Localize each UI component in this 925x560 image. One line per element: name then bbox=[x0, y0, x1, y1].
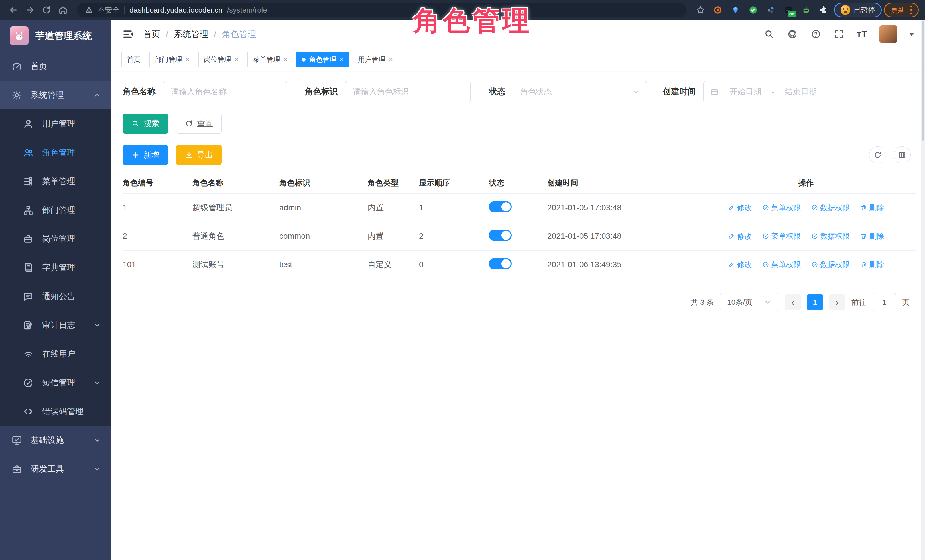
cell-created: 2021-01-05 17:03:48 bbox=[547, 203, 696, 212]
create-time-range-picker[interactable]: 开始日期 - 结束日期 bbox=[703, 81, 828, 102]
col-status: 状态 bbox=[489, 178, 547, 188]
sidebar-item-label: 基础设施 bbox=[31, 435, 64, 446]
reset-button[interactable]: 重置 bbox=[176, 114, 222, 134]
close-icon[interactable] bbox=[340, 56, 344, 63]
browser-back-button[interactable] bbox=[6, 3, 21, 17]
sidebar-item-dev-tools[interactable]: 研发工具 bbox=[0, 455, 111, 483]
paused-label: 已暂停 bbox=[854, 5, 875, 15]
edit-role-button[interactable]: 修改 bbox=[728, 260, 752, 270]
close-icon[interactable] bbox=[235, 56, 239, 63]
status-toggle[interactable] bbox=[489, 230, 512, 241]
green-robot-extension-icon[interactable] bbox=[800, 4, 812, 16]
browser-menu-kebab-icon[interactable] bbox=[910, 5, 912, 15]
column-settings-button[interactable] bbox=[893, 146, 911, 164]
breadcrumb: 首页 / 系统管理 / 角色管理 bbox=[143, 29, 256, 40]
data-permission-button[interactable]: 数据权限 bbox=[811, 203, 850, 213]
export-button[interactable]: 导出 bbox=[176, 145, 222, 165]
blue-gem-extension-icon[interactable] bbox=[730, 4, 741, 16]
breadcrumb-system[interactable]: 系统管理 bbox=[174, 29, 208, 40]
goto-page-input[interactable] bbox=[875, 298, 893, 307]
edit-role-button[interactable]: 修改 bbox=[728, 231, 752, 241]
edit-role-button[interactable]: 修改 bbox=[728, 203, 752, 213]
profile-paused-chip[interactable]: 已暂停 bbox=[834, 3, 882, 17]
dark-on-badge-extension-icon[interactable]: on bbox=[783, 4, 794, 16]
sidebar-item-posts[interactable]: 岗位管理 bbox=[0, 224, 111, 253]
font-size-icon[interactable] bbox=[857, 29, 868, 40]
role-key-input[interactable] bbox=[353, 87, 464, 96]
table-header-row: 角色编号 角色名称 角色标识 角色类型 显示顺序 状态 创建时间 操作 bbox=[123, 172, 916, 194]
refresh-table-button[interactable] bbox=[869, 146, 886, 164]
sidebar-item-menus[interactable]: 菜单管理 bbox=[0, 167, 111, 196]
sidebar-item-error-codes[interactable]: 错误码管理 bbox=[0, 397, 111, 426]
tag-tab-menus[interactable]: 菜单管理 bbox=[247, 52, 293, 67]
current-page-button[interactable]: 1 bbox=[807, 294, 823, 310]
delete-role-button[interactable]: 删除 bbox=[860, 231, 884, 241]
sidebar-item-audit-log[interactable]: 审计日志 bbox=[0, 311, 111, 339]
sidebar-item-infrastructure[interactable]: 基础设施 bbox=[0, 426, 111, 455]
app-logo-row[interactable]: 芋道管理系统 bbox=[0, 20, 111, 52]
status-toggle[interactable] bbox=[489, 258, 512, 269]
green-circle-extension-icon[interactable] bbox=[747, 4, 759, 16]
sidebar-collapse-icon[interactable] bbox=[122, 28, 134, 41]
page-size-select[interactable]: 10条/页 bbox=[720, 293, 779, 311]
page-scrollbar[interactable] bbox=[921, 20, 925, 560]
close-icon[interactable] bbox=[185, 56, 190, 63]
browser-forward-button[interactable] bbox=[23, 3, 37, 17]
avatar-caret-icon[interactable] bbox=[909, 33, 914, 36]
sidebar-item-users[interactable]: 用户管理 bbox=[0, 110, 111, 138]
role-name-input[interactable] bbox=[170, 87, 280, 96]
close-icon[interactable] bbox=[284, 56, 288, 63]
menu-permission-button[interactable]: 菜单权限 bbox=[762, 203, 801, 213]
plus-icon bbox=[131, 151, 139, 159]
browser-home-button[interactable] bbox=[56, 3, 70, 17]
tag-tab-users[interactable]: 用户管理 bbox=[353, 52, 398, 67]
table-toolbar: 新增 导出 bbox=[123, 145, 916, 165]
edit-icon bbox=[728, 233, 735, 240]
tag-tab-roles[interactable]: 角色管理 bbox=[297, 52, 349, 67]
browser-reload-button[interactable] bbox=[39, 3, 54, 17]
bookmark-star-icon[interactable] bbox=[693, 3, 708, 17]
sidebar-item-sms[interactable]: 短信管理 bbox=[0, 368, 111, 397]
chevron-down-icon bbox=[632, 88, 640, 95]
orange-target-extension-icon[interactable] bbox=[712, 4, 723, 16]
sidebar-item-online-users[interactable]: 在线用户 bbox=[0, 339, 111, 368]
prev-page-button[interactable] bbox=[785, 294, 801, 310]
fullscreen-icon[interactable] bbox=[833, 29, 845, 40]
sidebar-item-label: 通知公告 bbox=[42, 291, 75, 302]
data-permission-button[interactable]: 数据权限 bbox=[811, 231, 850, 241]
sidebar-item-departments[interactable]: 部门管理 bbox=[0, 196, 111, 224]
pixel-diamond-extension-icon[interactable] bbox=[765, 4, 776, 16]
circle-check-icon bbox=[762, 261, 769, 268]
tag-tab-posts[interactable]: 岗位管理 bbox=[198, 52, 244, 67]
status-toggle[interactable] bbox=[489, 201, 512, 213]
tag-tab-home[interactable]: 首页 bbox=[121, 52, 146, 67]
sidebar-item-home[interactable]: 首页 bbox=[0, 52, 111, 81]
github-icon[interactable] bbox=[787, 29, 798, 40]
sidebar-item-notice[interactable]: 通知公告 bbox=[0, 282, 111, 311]
sidebar-item-system[interactable]: 系统管理 bbox=[0, 81, 111, 110]
search-button[interactable]: 搜索 bbox=[123, 114, 168, 134]
chevron-down-icon bbox=[764, 299, 771, 306]
breadcrumb-home[interactable]: 首页 bbox=[143, 29, 160, 40]
address-bar[interactable]: 不安全 dashboard.yudao.iocoder.cn /system/r… bbox=[77, 3, 686, 17]
add-role-button[interactable]: 新增 bbox=[123, 145, 168, 165]
close-icon[interactable] bbox=[389, 56, 393, 63]
extensions-puzzle-icon[interactable] bbox=[818, 4, 830, 16]
scrollbar-thumb[interactable] bbox=[922, 21, 924, 141]
menu-permission-button[interactable]: 菜单权限 bbox=[762, 260, 801, 270]
data-permission-button[interactable]: 数据权限 bbox=[811, 260, 850, 270]
browser-update-chip[interactable]: 更新 bbox=[884, 3, 919, 17]
circle-check-icon bbox=[811, 204, 818, 211]
help-icon[interactable] bbox=[810, 29, 821, 40]
user-avatar[interactable] bbox=[880, 26, 897, 43]
menu-permission-button[interactable]: 菜单权限 bbox=[762, 231, 801, 241]
sidebar-item-roles[interactable]: 角色管理 bbox=[0, 138, 111, 167]
delete-role-button[interactable]: 删除 bbox=[860, 203, 884, 213]
status-select[interactable]: 角色状态 bbox=[513, 81, 647, 102]
tag-tab-departments[interactable]: 部门管理 bbox=[149, 52, 195, 67]
delete-role-button[interactable]: 删除 bbox=[860, 260, 884, 270]
next-page-button[interactable] bbox=[829, 294, 845, 310]
tab-label: 角色管理 bbox=[309, 55, 336, 64]
sidebar-item-dictionary[interactable]: 字典管理 bbox=[0, 253, 111, 282]
header-search-icon[interactable] bbox=[763, 29, 775, 40]
